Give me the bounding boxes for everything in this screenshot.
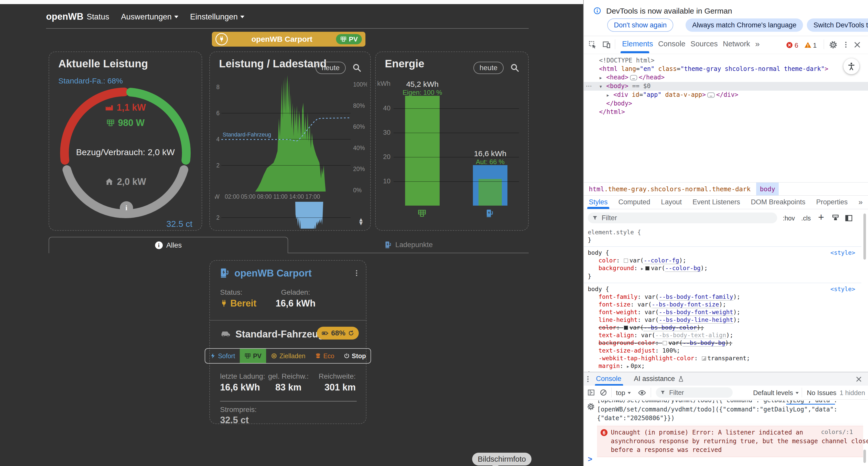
warning-badge-icon[interactable]: [804, 41, 811, 49]
accessibility-button[interactable]: [843, 58, 859, 74]
breadcrumb-body[interactable]: body: [756, 182, 779, 195]
energy-bar[interactable]: [405, 96, 440, 206]
css-property[interactable]: color: var(--color-fg);: [588, 257, 861, 264]
tab-sources[interactable]: Sources: [688, 35, 720, 53]
source-link-underline[interactable]: [786, 404, 835, 405]
nav-status[interactable]: Status: [87, 12, 109, 22]
css-property[interactable]: font-family: var(--bs-body-font-family);: [588, 293, 861, 300]
color-swatch[interactable]: [663, 341, 667, 345]
color-swatch[interactable]: [645, 266, 649, 270]
cls-toggle[interactable]: .cls: [801, 214, 811, 222]
more-tabs-icon[interactable]: »: [858, 198, 863, 206]
css-property[interactable]: line-height: var(--bs-body-line-height);: [588, 316, 861, 324]
close-icon[interactable]: [853, 40, 862, 49]
mode-pv-button[interactable]: PV: [240, 349, 266, 363]
tab-alles[interactable]: i Alles: [49, 237, 288, 253]
clear-console-icon[interactable]: [599, 389, 607, 396]
expand-arrow-icon[interactable]: ▸: [599, 74, 606, 82]
sort-icon[interactable]: ▲▼: [359, 218, 363, 225]
tab-network[interactable]: Network: [720, 35, 752, 53]
brand-openwb[interactable]: openWB: [46, 11, 84, 22]
css-property[interactable]: -webkit-tap-highlight-color: transparent…: [588, 354, 861, 362]
kebab-menu-icon[interactable]: [587, 378, 589, 380]
search-icon[interactable]: [510, 63, 520, 72]
expand-arrow-icon[interactable]: ▾: [599, 82, 606, 91]
console-filter-input[interactable]: Filter: [656, 387, 733, 398]
dont-show-again-button[interactable]: Don't show again: [607, 19, 673, 32]
hov-toggle[interactable]: :hov: [783, 214, 795, 222]
gear-icon[interactable]: [587, 403, 595, 411]
stylesheet-source-link[interactable]: <style>: [830, 249, 855, 257]
css-property[interactable]: margin: ▸0px;: [588, 362, 861, 370]
breadcrumb-html[interactable]: html.theme-gray.shcolors-normal.theme-da…: [584, 182, 750, 195]
drawer-tab-ai[interactable]: AI assistance: [634, 375, 684, 383]
mode-sofort-button[interactable]: Sofort: [205, 349, 240, 363]
eye-icon[interactable]: [638, 389, 646, 397]
tab-elements[interactable]: Elements: [620, 35, 656, 53]
css-property[interactable]: text-align: var(--bs-body-text-align);: [588, 331, 861, 339]
dom-tree-row[interactable]: ▸<div id="app" data-v-app>…</div>: [584, 91, 868, 99]
console-prompt[interactable]: >: [588, 455, 592, 463]
stylesheet-source-link[interactable]: <style>: [830, 285, 855, 293]
drawer-tab-console[interactable]: Console: [596, 375, 621, 383]
dom-tree-row[interactable]: <html lang="en" class="theme-gray shcolo…: [584, 65, 868, 73]
styles-filter-input[interactable]: Filter: [588, 212, 777, 223]
mode-stop-button[interactable]: Stop: [339, 349, 371, 363]
css-property[interactable]: color: var(--bs-body-color);: [588, 324, 861, 331]
color-swatch[interactable]: [624, 259, 628, 263]
tab-computed[interactable]: Computed: [619, 198, 650, 206]
device-toolbar-icon[interactable]: [602, 40, 611, 49]
brush-icon[interactable]: [831, 214, 840, 222]
more-tabs-icon[interactable]: »: [752, 35, 762, 53]
collapsed-content-pill[interactable]: …: [630, 75, 637, 80]
close-icon[interactable]: [855, 375, 863, 383]
css-property[interactable]: font-size: var(--bs-body-font-size);: [588, 300, 861, 308]
nav-einstellungen[interactable]: Einstellungen: [190, 12, 244, 22]
dom-tree-row[interactable]: </html>: [584, 108, 868, 116]
inspect-icon[interactable]: [588, 40, 597, 49]
range-button-heute[interactable]: heute: [315, 62, 346, 74]
css-property[interactable]: background-color: var(--bs-body-bg);: [588, 339, 861, 347]
dom-tree-row[interactable]: </body>: [584, 99, 868, 108]
console-scrollbar[interactable]: [863, 449, 866, 463]
levels-selector[interactable]: Default levels: [753, 389, 799, 397]
kebab-menu-icon[interactable]: [356, 272, 357, 274]
issues-link[interactable]: No Issues: [807, 389, 837, 397]
error-badge-icon[interactable]: [786, 41, 793, 49]
mode-eco-button[interactable]: Eco: [310, 349, 339, 363]
dom-tree-row[interactable]: <!DOCTYPE html>: [584, 56, 868, 65]
expand-arrow-icon[interactable]: ▸: [607, 91, 613, 99]
color-swatch[interactable]: [624, 326, 628, 330]
tab-styles[interactable]: Styles: [589, 198, 608, 206]
dock-panel-icon[interactable]: [587, 389, 595, 396]
tab-console[interactable]: Console: [656, 35, 688, 53]
match-language-button[interactable]: Always match Chrome's language: [686, 19, 803, 32]
collapsed-content-pill[interactable]: …: [707, 92, 714, 98]
css-property[interactable]: background: ▸var(--color-bg);: [588, 264, 861, 272]
switch-language-button[interactable]: Switch DevTools to Ger: [807, 19, 868, 32]
css-property[interactable]: font-weight: var(--bs-body-font-weight);: [588, 308, 861, 316]
range-button-heute[interactable]: heute: [473, 62, 504, 74]
kebab-menu-icon[interactable]: [845, 44, 846, 45]
tab-layout[interactable]: Layout: [661, 198, 682, 206]
gear-icon[interactable]: [829, 40, 838, 49]
context-selector[interactable]: top: [616, 389, 631, 397]
nav-auswertungen[interactable]: Auswertungen: [121, 12, 178, 22]
search-icon[interactable]: [352, 63, 362, 72]
tab-dom-breakpoints[interactable]: DOM Breakpoints: [751, 198, 805, 206]
info-icon[interactable]: i: [120, 201, 133, 214]
vehicle-soc-badge[interactable]: 68%: [317, 327, 359, 340]
new-rule-icon[interactable]: +: [818, 211, 824, 223]
css-property[interactable]: text-size-adjust: 100%;: [588, 347, 861, 354]
error-source-link[interactable]: colors/:1: [821, 429, 853, 435]
styles-scrollbar[interactable]: [863, 213, 866, 260]
tab-properties[interactable]: Properties: [816, 198, 847, 206]
chargepoint-button[interactable]: openWB Carport PV: [212, 32, 365, 47]
tab-event-listeners[interactable]: Event Listeners: [692, 198, 740, 206]
dom-tree-row[interactable]: ▸<head>…</head>: [584, 73, 868, 82]
tab-ladepunkte[interactable]: Ladepunkte: [288, 237, 529, 253]
dom-tree-row[interactable]: ⋯▾<body> == $0: [584, 82, 868, 91]
color-swatch[interactable]: [702, 356, 706, 360]
dock-panel-icon[interactable]: [845, 214, 853, 222]
mode-zielladen-button[interactable]: Zielladen: [266, 349, 310, 363]
